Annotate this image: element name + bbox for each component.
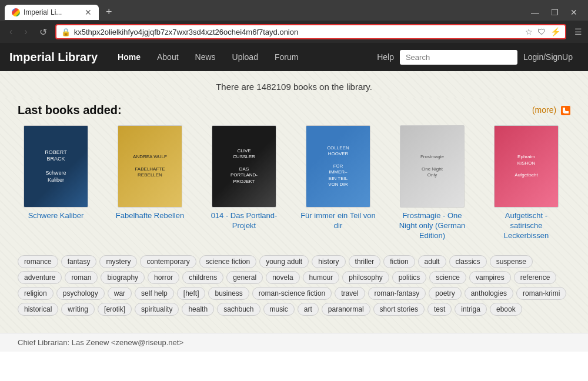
tag-cloud: romancefantasymysterycontemporaryscience… <box>18 255 570 316</box>
tag-link[interactable]: history <box>312 255 345 268</box>
tag-link[interactable]: anthologies <box>465 287 513 300</box>
close-button[interactable]: ✕ <box>564 5 583 19</box>
tag-link[interactable]: music <box>263 303 295 316</box>
tag-link[interactable]: young adult <box>259 255 309 268</box>
tag-link[interactable]: ebook <box>490 303 522 316</box>
book-cover: FrostmagieOne NightOnly <box>400 125 465 208</box>
tag-link[interactable]: roman-fantasy <box>368 287 426 300</box>
refresh-button[interactable]: ↺ <box>36 25 51 39</box>
tag-link[interactable]: short stories <box>373 303 425 316</box>
tag-link[interactable]: adventure <box>18 271 62 284</box>
tag-link[interactable]: [heft] <box>177 287 206 300</box>
tag-link[interactable]: [erotik] <box>98 303 132 316</box>
book-title[interactable]: Fabelhafte Rebellen <box>116 211 184 221</box>
tag-link[interactable]: horror <box>148 271 179 284</box>
tag-link[interactable]: psychology <box>56 287 105 300</box>
tag-link[interactable]: religion <box>18 287 54 300</box>
tab-close-button[interactable]: ✕ <box>85 8 92 17</box>
tag-link[interactable]: adult <box>418 255 446 268</box>
book-title[interactable]: Schwere Kaliber <box>28 211 84 221</box>
tag-link[interactable]: paranormal <box>322 303 370 316</box>
login-link[interactable]: Login/SignUp <box>517 44 579 70</box>
tag-link[interactable]: business <box>208 287 249 300</box>
book-title[interactable]: Frostmagie - One Night only (German Edit… <box>394 211 470 241</box>
more-rss: (more) <box>532 105 570 115</box>
tab-favicon <box>12 8 20 16</box>
tag-link[interactable]: war <box>108 287 132 300</box>
tag-link[interactable]: fantasy <box>61 255 97 268</box>
tag-link[interactable]: biography <box>101 271 145 284</box>
back-button[interactable]: ‹ <box>6 25 16 38</box>
tag-link[interactable]: test <box>427 303 452 316</box>
nav-upload[interactable]: Upload <box>224 44 266 70</box>
book-cover: COLLEENHOOVERFÜRIMMER–EIN TEILVON DIR <box>306 125 370 208</box>
book-title[interactable]: Für immer ein Teil von dir <box>300 211 376 231</box>
url-input[interactable] <box>74 28 522 36</box>
tag-link[interactable]: politics <box>392 271 427 284</box>
tag-link[interactable]: humour <box>303 271 340 284</box>
tag-link[interactable]: contemporary <box>140 255 196 268</box>
tag-link[interactable]: romance <box>18 255 58 268</box>
nav-about[interactable]: About <box>149 44 187 70</box>
tag-link[interactable]: poetry <box>429 287 461 300</box>
tag-link[interactable]: mystery <box>99 255 137 268</box>
window-controls: — ❐ ✕ <box>525 5 583 19</box>
main-content: Last books added: (more) ROBERTBRACKSchw… <box>0 98 588 333</box>
site-logo: Imperial Library <box>9 51 98 64</box>
address-bar[interactable]: 🔒 ☆ 🛡 ⚡ <box>55 24 566 39</box>
tag-link[interactable]: historical <box>18 303 58 316</box>
tag-link[interactable]: self help <box>135 287 174 300</box>
search-input[interactable] <box>400 50 517 65</box>
tag-link[interactable]: art <box>298 303 319 316</box>
section-header: Last books added: (more) <box>18 103 570 117</box>
tag-link[interactable]: roman <box>65 271 98 284</box>
tag-link[interactable]: thriller <box>349 255 381 268</box>
book-item: FrostmagieOne NightOnly Frostmagie - One… <box>394 125 470 241</box>
nav-forum[interactable]: Forum <box>266 44 306 70</box>
tag-link[interactable]: spirituality <box>135 303 179 316</box>
tag-link[interactable]: general <box>226 271 263 284</box>
tag-link[interactable]: health <box>182 303 214 316</box>
tag-link[interactable]: travel <box>335 287 365 300</box>
more-link[interactable]: (more) <box>532 105 556 115</box>
tag-link[interactable]: novela <box>266 271 299 284</box>
tag-link[interactable]: reference <box>514 271 557 284</box>
book-item: CLIVECUSSLERDASPORTLAND-PROJEKT 014 - Da… <box>206 125 282 241</box>
book-title[interactable]: Aufgetischt - satirische Leckerbissen <box>488 211 564 241</box>
tag-link[interactable]: roman-krimi <box>516 287 566 300</box>
tag-link[interactable]: intriga <box>455 303 487 316</box>
address-bar-row: ‹ › ↺ 🔒 ☆ 🛡 ⚡ ☰ <box>0 21 588 43</box>
rss-icon[interactable] <box>561 106 570 115</box>
nav-help: Help <box>371 44 400 70</box>
nav-links: Home About News Upload Forum <box>109 44 306 70</box>
browser-window: Imperial Li... ✕ + — ❐ ✕ ‹ › ↺ 🔒 ☆ 🛡 ⚡ ☰ <box>0 0 588 43</box>
tag-link[interactable]: writing <box>61 303 95 316</box>
tag-link[interactable]: sachbuch <box>217 303 260 316</box>
tag-link[interactable]: science fiction <box>199 255 256 268</box>
restore-button[interactable]: ❐ <box>545 5 564 19</box>
tag-link[interactable]: science <box>429 271 466 284</box>
book-item: COLLEENHOOVERFÜRIMMER–EIN TEILVON DIR Fü… <box>300 125 376 241</box>
tag-link[interactable]: vampires <box>469 271 511 284</box>
tag-link[interactable]: roman-science fiction <box>252 287 332 300</box>
bookmark-icon[interactable]: ☆ <box>525 27 533 36</box>
active-tab[interactable]: Imperial Li... ✕ <box>5 5 99 20</box>
hero-section: There are 1482109 books on the library. <box>0 71 588 98</box>
nav-news[interactable]: News <box>187 44 224 70</box>
tag-link[interactable]: philosophy <box>342 271 389 284</box>
book-title[interactable]: 014 - Das Portland-Projekt <box>206 211 282 231</box>
tag-link[interactable]: classics <box>449 255 487 268</box>
tab-bar: Imperial Li... ✕ + — ❐ ✕ <box>0 0 588 21</box>
menu-icon[interactable]: ☰ <box>574 27 582 36</box>
tag-link[interactable]: childrens <box>182 271 223 284</box>
tag-link[interactable]: suspense <box>490 255 533 268</box>
books-grid: ROBERTBRACKSchwereKaliber Schwere Kalibe… <box>18 125 570 241</box>
tag-link[interactable]: fiction <box>383 255 415 268</box>
forward-button[interactable]: › <box>21 25 31 38</box>
site-nav: Imperial Library Home About News Upload … <box>0 43 588 71</box>
shield-icon: 🛡 <box>537 27 546 36</box>
nav-home[interactable]: Home <box>109 44 149 70</box>
new-tab-button[interactable]: + <box>101 4 117 21</box>
tab-title: Imperial Li... <box>24 8 81 16</box>
minimize-button[interactable]: — <box>525 5 545 19</box>
